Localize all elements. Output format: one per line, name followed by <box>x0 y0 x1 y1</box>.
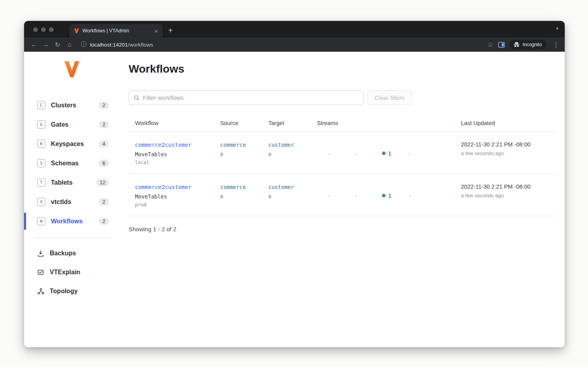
streams-cell: - - 1 - <box>311 141 455 165</box>
stream-state-running: 1 <box>382 141 409 165</box>
vitess-logo <box>64 60 80 78</box>
source-keyspace-link[interactable]: commerce <box>220 184 246 190</box>
column-header-streams: Streams <box>311 120 455 126</box>
stream-state: - <box>328 141 355 165</box>
workflow-cluster: local <box>135 160 214 165</box>
count-badge: 4 <box>99 140 109 148</box>
stream-state: - <box>328 184 355 208</box>
window-zoom-button[interactable] <box>49 27 54 32</box>
search-icon <box>134 95 139 101</box>
reload-icon[interactable]: ↻ <box>52 39 64 50</box>
sidebar-item-topology[interactable]: Topology <box>24 282 129 301</box>
back-icon[interactable]: ← <box>28 39 40 50</box>
browser-menu-icon[interactable]: ⋮ <box>551 41 561 49</box>
side-panel-icon[interactable] <box>498 42 505 48</box>
new-tab-button[interactable]: + <box>163 26 178 37</box>
sidebar-nav: C Clusters 2 G Gates 2 K Keyspaces 4 S S… <box>24 95 129 231</box>
topology-icon <box>37 288 44 294</box>
source-cell: commerce 0 <box>214 184 262 208</box>
target-keyspace-link[interactable]: customer <box>268 142 294 148</box>
download-icon <box>37 250 44 257</box>
url-path: /workflows <box>128 42 153 48</box>
column-header-last-updated: Last Updated <box>455 120 555 126</box>
sidebar-item-clusters[interactable]: C Clusters 2 <box>24 95 129 115</box>
workflow-type: MoveTables <box>135 151 214 157</box>
clusters-icon: C <box>37 101 45 109</box>
forward-icon[interactable]: → <box>40 39 52 50</box>
last-updated-cell: 2022-11-30 2:21 PM -08:00 a few seconds … <box>455 184 555 208</box>
stream-state: - <box>355 184 382 208</box>
clear-filters-button[interactable]: Clear filters <box>367 90 412 105</box>
site-info-icon[interactable]: ⓘ <box>81 41 86 48</box>
column-header-workflow: Workflow <box>129 120 214 126</box>
filter-workflows-input[interactable] <box>143 94 358 101</box>
sidebar-item-keyspaces[interactable]: K Keyspaces 4 <box>24 134 129 154</box>
incognito-badge: Incognito <box>509 40 547 49</box>
last-updated-timestamp: 2022-11-30 2:21 PM -08:00 <box>461 141 555 148</box>
count-badge: 12 <box>96 179 109 186</box>
source-cell: commerce 0 <box>214 141 262 165</box>
tab-close-icon[interactable]: × <box>153 28 159 34</box>
source-shard: 0 <box>220 194 262 200</box>
filter-row: Clear filters <box>129 90 555 105</box>
workflow-type: MoveTables <box>135 193 214 200</box>
browser-tab[interactable]: Workflows | VTAdmin × <box>69 24 163 37</box>
workflow-link[interactable]: commerce2customer <box>135 142 191 148</box>
stream-state: - <box>409 141 436 165</box>
sidebar-item-vtctlds[interactable]: V vtctlds 2 <box>24 192 129 212</box>
bookmark-star-icon[interactable]: ☆ <box>487 41 493 49</box>
last-updated-relative: a few seconds ago <box>461 150 555 156</box>
column-header-target: Target <box>262 120 311 126</box>
vitess-favicon-icon <box>74 28 79 34</box>
workflow-link[interactable]: commerce2customer <box>135 184 191 190</box>
workflows-icon: W <box>37 217 45 225</box>
target-cell: customer 0 <box>262 141 311 165</box>
column-header-source: Source <box>214 120 262 126</box>
window-minimize-button[interactable] <box>41 27 46 32</box>
url-field[interactable]: ⓘ localhost:14201/workflows <box>81 41 483 48</box>
sidebar-divider <box>33 238 110 238</box>
stream-state-running: 1 <box>382 184 409 208</box>
sidebar-item-vtexplain[interactable]: VTExplain <box>24 263 129 282</box>
count-badge: 2 <box>99 121 109 128</box>
sidebar-item-label: vtctlds <box>51 198 99 206</box>
sidebar-item-label: Topology <box>50 288 78 295</box>
last-updated-timestamp: 2022-11-30 2:21 PM -08:00 <box>461 184 555 190</box>
window-close-button[interactable] <box>33 27 38 32</box>
sidebar-item-label: Backups <box>50 250 76 257</box>
count-badge: 6 <box>99 159 109 167</box>
stream-running-dot <box>382 152 386 155</box>
sidebar-item-workflows[interactable]: W Workflows 2 <box>24 212 129 231</box>
count-badge: 2 <box>99 101 109 109</box>
gates-icon: G <box>37 120 45 129</box>
sidebar-item-label: VTExplain <box>50 269 80 276</box>
sidebar: C Clusters 2 G Gates 2 K Keyspaces 4 S S… <box>24 52 129 347</box>
tab-search-chevron-icon[interactable]: ▾ <box>556 26 558 31</box>
target-shard: 0 <box>268 194 311 200</box>
source-keyspace-link[interactable]: commerce <box>220 142 246 148</box>
sidebar-item-label: Workflows <box>51 218 99 225</box>
table-row: commerce2customer MoveTables local comme… <box>129 132 555 174</box>
home-icon[interactable]: ⌂ <box>64 39 75 50</box>
app-content: C Clusters 2 G Gates 2 K Keyspaces 4 S S… <box>24 52 565 347</box>
filter-input-wrapper <box>129 90 363 105</box>
sidebar-item-schemas[interactable]: S Schemas 6 <box>24 154 129 173</box>
target-cell: customer 0 <box>262 184 311 208</box>
target-shard: 0 <box>268 152 311 157</box>
sidebar-item-backups[interactable]: Backups <box>24 244 129 263</box>
workflow-cell: commerce2customer MoveTables prod <box>129 184 214 208</box>
stream-state: - <box>409 184 436 208</box>
stream-running-count: 1 <box>388 193 391 199</box>
sidebar-item-tablets[interactable]: T Tablets 12 <box>24 173 129 192</box>
tab-title: Workflows | VTAdmin <box>82 28 150 34</box>
sidebar-item-gates[interactable]: G Gates 2 <box>24 115 129 134</box>
target-keyspace-link[interactable]: customer <box>268 184 294 190</box>
sidebar-item-label: Keyspaces <box>51 140 99 148</box>
sidebar-secondary-nav: Backups VTExplain <box>24 244 129 301</box>
sidebar-item-label: Gates <box>51 121 99 128</box>
document-check-icon <box>37 269 44 275</box>
main-content: Workflows Clear filters Workflow Source … <box>129 52 565 347</box>
browser-window: Workflows | VTAdmin × + ▾ ← → ↻ ⌂ ⓘ loca… <box>24 21 565 347</box>
workflows-table: Workflow Source Target Streams Last Upda… <box>129 116 555 232</box>
url-host: localhost:14201 <box>90 42 128 48</box>
